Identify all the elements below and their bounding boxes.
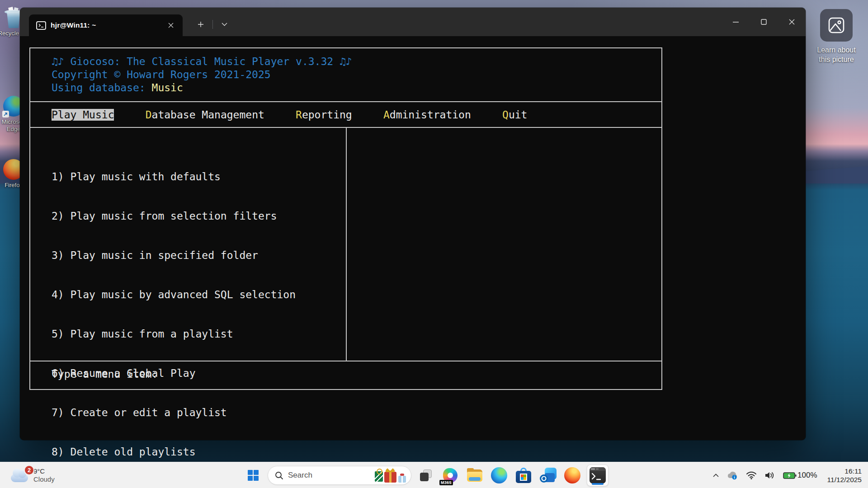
maximize-button[interactable] [750, 8, 778, 36]
volume-icon[interactable] [762, 466, 778, 484]
menubar-item-play-music[interactable]: Play Music [52, 109, 114, 121]
tab-close-icon[interactable] [165, 19, 177, 32]
menu-item-2[interactable]: 2) Play music from selection filters [52, 210, 661, 223]
copyright-line: Copyright © Howard Rogers 2021-2025 [52, 68, 661, 81]
menubar-item-database-management[interactable]: Database Management [146, 109, 264, 121]
menu-item-5[interactable]: 5) Play music from a playlist [52, 328, 661, 341]
tui-header: ♫♪ Giocoso: The Classical Music Player v… [30, 48, 661, 101]
menubar-item-quit[interactable]: Quit [502, 109, 527, 121]
firefox-icon [564, 467, 580, 483]
menu-item-4[interactable]: 4) Play music by advanced SQL selection [52, 288, 661, 301]
edge-button[interactable] [489, 465, 509, 485]
onedrive-icon[interactable] [724, 466, 741, 484]
holiday-gifts-decoration [375, 468, 407, 483]
firefox-button[interactable] [562, 465, 582, 485]
menubar-item-reporting[interactable]: Reporting [296, 109, 352, 121]
tab-title: hjr@Win11: ~ [51, 21, 165, 29]
weather-widget[interactable]: 2 9°C Cloudy [6, 462, 58, 488]
battery-percentage: 100% [797, 471, 817, 480]
weather-condition: Cloudy [33, 475, 55, 483]
terminal-content[interactable]: ♫♪ Giocoso: The Classical Music Player v… [20, 36, 806, 440]
terminal-button-active[interactable] [587, 465, 609, 486]
copilot-m365-button[interactable]: M365 [440, 465, 460, 485]
edge-icon [491, 467, 507, 483]
shortcut-arrow-icon [2, 111, 9, 117]
menu-item-6[interactable]: 6) Resume a Global Play [52, 367, 661, 380]
search-icon [275, 471, 283, 480]
task-view-button[interactable] [416, 465, 436, 485]
menu-item-7[interactable]: 7) Create or edit a playlist [52, 406, 661, 419]
app-title: ♫♪ Giocoso: The Classical Music Player v… [52, 55, 661, 68]
learn-about-picture-widget[interactable]: Learn about this picture [816, 9, 857, 64]
battery-icon [783, 472, 797, 479]
notification-badge: 2 [24, 465, 34, 475]
menubar-item-administration[interactable]: Administration [383, 109, 471, 121]
database-line: Using database: Music [52, 81, 661, 94]
taskbar: 2 9°C Cloudy [0, 462, 868, 488]
giocoso-tui: ♫♪ Giocoso: The Classical Music Player v… [29, 47, 662, 390]
folder-icon [466, 468, 483, 483]
database-name: Music [152, 82, 183, 94]
search-input[interactable] [288, 471, 370, 480]
task-view-icon [420, 469, 432, 481]
start-button[interactable] [243, 465, 263, 485]
terminal-icon [590, 467, 606, 483]
menu-item-8[interactable]: 8) Delete old playlists [52, 446, 661, 459]
microsoft-store-button[interactable] [514, 465, 533, 485]
battery-status[interactable]: 100% [781, 466, 819, 484]
clock-time: 16:11 [827, 467, 862, 475]
panel-divider [346, 128, 347, 361]
terminal-window: hjr@Win11: ~ ♫♪ Giocoso: Th [20, 8, 806, 440]
command-prompt-icon [36, 21, 46, 30]
cloud-icon: 2 [10, 469, 29, 482]
store-icon [515, 468, 532, 483]
picture-icon [820, 9, 853, 42]
tui-menubar: Play Music Database Management Reporting… [30, 101, 661, 127]
learn-about-label: Learn about this picture [817, 45, 855, 64]
weather-temperature: 9°C [33, 467, 55, 475]
menu-item-1[interactable]: 1) Play music with defaults [52, 170, 661, 183]
new-tab-button[interactable] [193, 17, 209, 32]
clock-date: 11/12/2025 [827, 475, 862, 484]
wifi-icon[interactable] [744, 466, 759, 484]
outlook-button[interactable] [538, 465, 558, 485]
active-app-indicator [592, 483, 604, 485]
taskbar-clock[interactable]: 16:11 11/12/2025 [827, 467, 864, 484]
close-button[interactable] [778, 8, 806, 36]
terminal-tab[interactable]: hjr@Win11: ~ [29, 14, 183, 36]
outlook-icon [539, 468, 557, 483]
tab-dropdown-button[interactable] [216, 17, 232, 32]
file-explorer-button[interactable] [465, 465, 485, 485]
tabbar-separator [212, 20, 213, 29]
menu-item-3[interactable]: 3) Play music in specified folder [52, 249, 661, 262]
search-box[interactable] [268, 466, 411, 485]
windows-logo-icon [247, 469, 259, 481]
minimize-button[interactable] [722, 8, 750, 36]
tray-chevron-up-icon[interactable] [711, 466, 721, 484]
m365-badge: M365 [439, 480, 453, 485]
tui-menu-panel: 1) Play music with defaults 2) Play musi… [30, 127, 661, 361]
window-titlebar[interactable]: hjr@Win11: ~ [20, 8, 806, 36]
